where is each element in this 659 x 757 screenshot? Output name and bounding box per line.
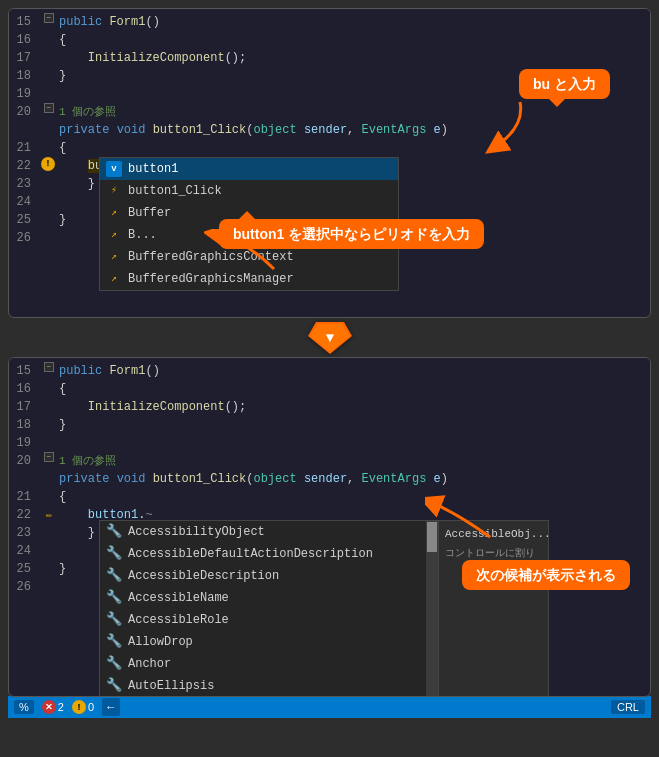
- line-num-23: 23: [9, 175, 39, 193]
- ac-b-label-4: AccessibleName: [128, 589, 229, 607]
- collapse-btn-15[interactable]: −: [44, 13, 54, 23]
- ac-b-icon-7: 🔧: [106, 655, 122, 673]
- b-line-num-25: 25: [9, 560, 39, 578]
- gutter-20[interactable]: −: [39, 103, 59, 113]
- code-line-16: 16 {: [9, 31, 650, 49]
- warning-status: ! 0: [72, 700, 94, 714]
- ac-b-label-8: AutoEllipsis: [128, 677, 214, 695]
- b-line-num-23: 23: [9, 524, 39, 542]
- ac-icon-buf3: ↗: [106, 249, 122, 265]
- crl-label: CRL: [617, 701, 639, 713]
- navigate-button[interactable]: ←: [102, 698, 120, 716]
- ac-icon-method: ⚡: [106, 183, 122, 199]
- down-arrow-svg: ▼: [308, 322, 352, 354]
- b-gutter-20[interactable]: −: [39, 452, 59, 462]
- line-num-25: 25: [9, 211, 39, 229]
- warning-icon: !: [72, 700, 86, 714]
- line-num-16: 16: [9, 31, 39, 49]
- arrow-to-ac-bottom: [425, 492, 495, 542]
- ac-b-icon-5: 🔧: [106, 611, 122, 629]
- warning-count: 0: [88, 701, 94, 713]
- ac-icon-buf4: ↗: [106, 271, 122, 287]
- ac-b-label-anchor: Anchor: [128, 655, 171, 673]
- b-line-num-17: 17: [9, 398, 39, 416]
- line-num-19: 19: [9, 85, 39, 103]
- b-line-num-16: 16: [9, 380, 39, 398]
- ac-b-item-4[interactable]: 🔧 AccessibleName: [100, 587, 426, 609]
- error-status: ✕ 2: [42, 700, 64, 714]
- b-gutter-22: ✏: [39, 506, 59, 524]
- b-code-line-15: 15 − public Form1(): [9, 362, 650, 380]
- bottom-code-area: 15 − public Form1() 16 { 17 InitializeCo…: [9, 358, 650, 600]
- top-code-panel: 15 − public Form1() 16 { 17 InitializeCo…: [8, 8, 651, 318]
- b-line-num-24: 24: [9, 542, 39, 560]
- zoom-badge[interactable]: %: [14, 700, 34, 714]
- crl-badge: CRL: [611, 700, 645, 714]
- ac-scrollbar[interactable]: [426, 521, 438, 697]
- ac-b-label-5: AccessibleRole: [128, 611, 229, 629]
- ac-label-buffer: Buffer: [128, 204, 171, 222]
- ac-icon-buf1: ↗: [106, 205, 122, 221]
- ac-b-item-6[interactable]: 🔧 AllowDrop: [100, 631, 426, 653]
- ac-b-item-5[interactable]: 🔧 AccessibleRole: [100, 609, 426, 631]
- ac-icon-var: v: [106, 161, 122, 177]
- gutter-22: !: [39, 157, 59, 171]
- b-line-num-26: 26: [9, 578, 39, 596]
- collapse-btn-20[interactable]: −: [44, 103, 54, 113]
- line-num-26: 26: [9, 229, 39, 247]
- line-num-22: 22: [9, 157, 39, 175]
- ac-b-label-6: AllowDrop: [128, 633, 193, 651]
- b-line-content-18: }: [59, 416, 650, 434]
- status-bar: % ✕ 2 ! 0 ← CRL: [8, 696, 651, 718]
- down-arrow: ▼: [305, 320, 355, 355]
- b-line-num-21: 21: [9, 488, 39, 506]
- ac-label-button1: button1: [128, 160, 178, 178]
- b-collapse-btn-15[interactable]: −: [44, 362, 54, 372]
- line-num-21: 21: [9, 139, 39, 157]
- ac-b-label-1: AccessibilityObject: [128, 523, 265, 541]
- b-code-line-21: 21 {: [9, 488, 650, 506]
- ac-b-label-2: AccessibleDefaultActionDescription: [128, 545, 373, 563]
- code-line-21: 21 {: [9, 139, 650, 157]
- b-line-content-15: public Form1(): [59, 362, 650, 380]
- b-collapse-btn-20[interactable]: −: [44, 452, 54, 462]
- b-code-line-16: 16 {: [9, 380, 650, 398]
- line-num-18: 18: [9, 67, 39, 85]
- gutter-15[interactable]: −: [39, 13, 59, 23]
- ac-label-b-dots: B...: [128, 226, 157, 244]
- ac-b-icon-3: 🔧: [106, 567, 122, 585]
- ac-b-item-2[interactable]: 🔧 AccessibleDefaultActionDescription: [100, 543, 426, 565]
- code-line-15: 15 − public Form1(): [9, 13, 650, 31]
- ac-item-button1-click[interactable]: ⚡ button1_Click: [100, 180, 398, 202]
- b-line-content-16: {: [59, 380, 650, 398]
- balloon-period-text: button1 を選択中ならピリオドを入力: [233, 226, 470, 242]
- ac-b-icon-2: 🔧: [106, 545, 122, 563]
- ac-b-icon-1: 🔧: [106, 523, 122, 541]
- ac-b-label-3: AccessibleDescription: [128, 567, 279, 585]
- code-line-20-method: private void button1_Click(object sender…: [9, 121, 650, 139]
- error-icon: ✕: [42, 700, 56, 714]
- line-content-21: {: [59, 139, 650, 157]
- line-num-17: 17: [9, 49, 39, 67]
- balloon-bu-input: bu と入力: [519, 69, 610, 99]
- b-code-line-ref: 20 − 1 個の参照: [9, 452, 650, 470]
- b-line-num-20: 20: [9, 452, 39, 470]
- b-line-num-18: 18: [9, 416, 39, 434]
- ac-icon-buf2: ↗: [106, 227, 122, 243]
- line-content-15: public Form1(): [59, 13, 650, 31]
- zoom-label: %: [19, 701, 29, 713]
- svg-text:▼: ▼: [325, 330, 334, 346]
- b-line-content-21: {: [59, 488, 650, 506]
- balloon-period-input: button1 を選択中ならピリオドを入力: [219, 219, 484, 249]
- b-line-num-15: 15: [9, 362, 39, 380]
- ac-b-item-3[interactable]: 🔧 AccessibleDescription: [100, 565, 426, 587]
- b-line-content-ref: 1 個の参照: [59, 452, 650, 470]
- autocomplete-bottom[interactable]: 🔧 AccessibilityObject 🔧 AccessibleDefaul…: [99, 520, 549, 697]
- ac-b-item-7[interactable]: 🔧 Anchor: [100, 653, 426, 675]
- ac-b-item-8[interactable]: 🔧 AutoEllipsis: [100, 675, 426, 697]
- b-line-content-20b: private void button1_Click(object sender…: [59, 470, 650, 488]
- b-code-line-17: 17 InitializeComponent();: [9, 398, 650, 416]
- ac-b-item-1[interactable]: 🔧 AccessibilityObject: [100, 521, 426, 543]
- b-gutter-15[interactable]: −: [39, 362, 59, 372]
- ac-item-button1[interactable]: v button1: [100, 158, 398, 180]
